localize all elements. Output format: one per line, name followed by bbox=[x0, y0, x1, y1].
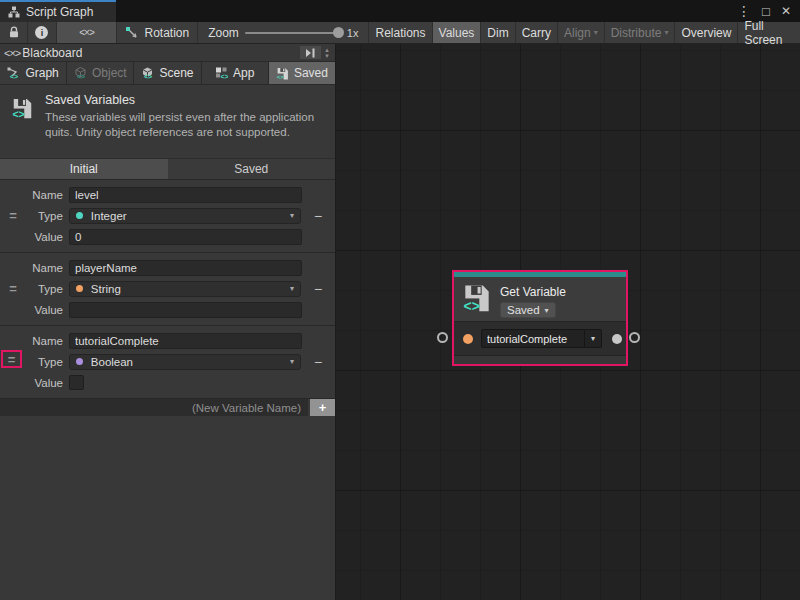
variable-name-dropdown[interactable]: ▾ bbox=[585, 329, 602, 348]
full-screen-button[interactable]: Full Screen bbox=[737, 22, 800, 43]
drag-handle[interactable]: = bbox=[0, 282, 26, 295]
zoom-slider-handle[interactable] bbox=[333, 27, 344, 38]
rotation-icon bbox=[125, 26, 139, 39]
tab-saved[interactable]: <> Saved bbox=[269, 62, 335, 84]
rotation-label: Rotation bbox=[144, 26, 189, 40]
chevron-down-icon: ▾ bbox=[290, 211, 294, 220]
chevron-down-icon: ▾ bbox=[664, 28, 668, 37]
graph-canvas[interactable]: <> Get Variable Saved ▾ ▾ bbox=[336, 44, 800, 600]
script-graph-window: Script Graph ⋮ □ ✕ i <×> Rotati bbox=[0, 0, 800, 600]
name-label: Name bbox=[26, 335, 63, 347]
svg-text:<>: <> bbox=[144, 73, 152, 79]
variable-value-input[interactable] bbox=[69, 302, 302, 318]
graph-variables-icon: <> bbox=[7, 67, 20, 79]
carry-button[interactable]: Carry bbox=[515, 22, 557, 43]
drag-handle[interactable]: = bbox=[0, 209, 26, 222]
variable-name-input[interactable] bbox=[69, 260, 302, 276]
tab-script-graph[interactable]: Script Graph bbox=[0, 0, 116, 22]
overview-button[interactable]: Overview bbox=[674, 22, 737, 43]
inspect-button[interactable]: i bbox=[28, 22, 56, 43]
chevron-down-icon: ▾ bbox=[545, 306, 549, 315]
name-label: Name bbox=[26, 262, 63, 274]
remove-variable-button[interactable]: − bbox=[301, 209, 335, 223]
tab-graph[interactable]: <> Graph bbox=[0, 62, 67, 84]
title-bar: Script Graph ⋮ □ ✕ bbox=[0, 0, 800, 22]
node-footer bbox=[454, 355, 626, 364]
tab-initial[interactable]: Initial bbox=[0, 159, 168, 179]
lock-icon bbox=[8, 26, 20, 39]
drag-handle[interactable]: = bbox=[8, 353, 16, 366]
svg-text:<>: <> bbox=[277, 73, 284, 79]
get-variable-node[interactable]: <> Get Variable Saved ▾ ▾ bbox=[454, 272, 626, 364]
type-color-dot bbox=[76, 212, 83, 219]
variable-value-input[interactable] bbox=[69, 229, 302, 245]
get-variable-node-highlight: <> Get Variable Saved ▾ ▾ bbox=[452, 270, 628, 366]
graph-toolbar: i <×> Rotation Zoom 1x Relations Values … bbox=[0, 22, 800, 44]
variable-scope-dropdown[interactable]: Saved ▾ bbox=[500, 302, 556, 318]
panel-scroll-arrows[interactable]: ▲ ▼ bbox=[324, 47, 331, 59]
svg-text:<>: <> bbox=[10, 73, 18, 80]
tab-scene[interactable]: <> Scene bbox=[134, 62, 201, 84]
node-output-port[interactable] bbox=[629, 332, 640, 343]
output-port-dot[interactable] bbox=[612, 334, 622, 344]
relations-button[interactable]: Relations bbox=[368, 22, 431, 43]
saved-variables-icon: <> bbox=[276, 67, 289, 80]
value-label: Value bbox=[26, 377, 63, 389]
info-description: These variables will persist even after … bbox=[45, 110, 327, 140]
node-header[interactable]: <> Get Variable Saved ▾ bbox=[454, 277, 626, 321]
tab-app[interactable]: <> App bbox=[202, 62, 269, 84]
scroll-down-icon[interactable]: ▼ bbox=[324, 53, 330, 59]
dim-button[interactable]: Dim bbox=[480, 22, 514, 43]
distribute-dropdown[interactable]: Distribute ▾ bbox=[604, 22, 675, 43]
scene-variables-icon: <> bbox=[141, 67, 154, 79]
align-dropdown[interactable]: Align ▾ bbox=[557, 22, 604, 43]
chevron-down-icon: ▾ bbox=[290, 357, 294, 366]
saved-variables-info: <> Saved Variables These variables will … bbox=[0, 85, 335, 158]
object-variables-icon: <> bbox=[74, 67, 87, 79]
variable-scope-tabs: <> Graph <> Object <> Scene bbox=[0, 62, 335, 85]
maximize-icon[interactable]: □ bbox=[762, 5, 770, 18]
variable-name-field[interactable] bbox=[481, 329, 585, 348]
zoom-label: Zoom bbox=[208, 26, 239, 40]
code-preview-toggle[interactable]: <×> bbox=[57, 22, 118, 43]
variable-type-dropdown[interactable]: String ▾ bbox=[69, 281, 301, 297]
panel-empty-area bbox=[0, 416, 335, 600]
variable-name-input[interactable] bbox=[69, 187, 302, 203]
svg-text:<>: <> bbox=[221, 73, 229, 80]
node-input-port[interactable] bbox=[437, 332, 448, 343]
input-port-dot[interactable] bbox=[463, 334, 473, 344]
add-variable-button[interactable]: + bbox=[308, 399, 335, 416]
info-icon: i bbox=[35, 26, 48, 39]
chevron-down-icon: ▾ bbox=[591, 334, 595, 343]
type-label: Type bbox=[26, 210, 63, 222]
code-icon: <×> bbox=[4, 47, 20, 59]
rotation-button[interactable]: Rotation bbox=[117, 22, 198, 43]
blackboard-panel: <×> Blackboard ▲ ▼ bbox=[0, 44, 336, 600]
tab-title: Script Graph bbox=[26, 5, 93, 19]
variable-type-dropdown[interactable]: Integer ▾ bbox=[69, 208, 301, 224]
type-color-dot bbox=[76, 285, 83, 292]
new-variable-input[interactable] bbox=[0, 399, 308, 416]
variable-row: Name = Type Integer ▾ − Value bbox=[0, 179, 335, 252]
lock-button[interactable] bbox=[0, 22, 28, 43]
chevron-down-icon: ▾ bbox=[594, 28, 598, 37]
name-label: Name bbox=[26, 189, 63, 201]
type-label: Type bbox=[26, 283, 63, 295]
variable-value-checkbox[interactable] bbox=[69, 375, 84, 390]
tab-saved-values[interactable]: Saved bbox=[168, 159, 336, 179]
remove-variable-button[interactable]: − bbox=[301, 282, 335, 296]
graph-hierarchy-icon bbox=[8, 6, 20, 18]
window-menu-icon[interactable]: ⋮ bbox=[737, 4, 751, 18]
dock-icon bbox=[305, 48, 316, 58]
info-title: Saved Variables bbox=[45, 93, 327, 107]
tab-object[interactable]: <> Object bbox=[67, 62, 134, 84]
node-port-row: ▾ bbox=[454, 321, 626, 355]
close-icon[interactable]: ✕ bbox=[781, 5, 791, 17]
variable-type-dropdown[interactable]: Boolean ▾ bbox=[69, 354, 301, 370]
dock-button[interactable] bbox=[300, 46, 321, 59]
saved-floppy-icon: <> bbox=[463, 284, 491, 314]
variable-name-input[interactable] bbox=[69, 333, 302, 349]
zoom-slider[interactable] bbox=[245, 32, 341, 34]
remove-variable-button[interactable]: − bbox=[301, 355, 335, 369]
values-button[interactable]: Values bbox=[432, 22, 481, 43]
